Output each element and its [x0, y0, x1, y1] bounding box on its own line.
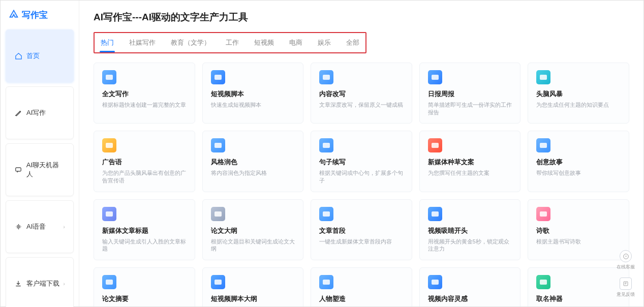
- card-description: 为您的产品头脑风暴出有创意的广告宣传语: [102, 169, 187, 184]
- card-description: 根据论文题目和关键词生成论文大纲: [211, 238, 295, 253]
- sidebar-item-chatbot[interactable]: AI聊天机器人: [6, 143, 74, 196]
- template-card[interactable]: 创意故事帮你续写创意故事: [528, 131, 629, 192]
- svg-rect-0: [16, 168, 21, 171]
- page-title: AI写作宝---AI驱动的文字生产力工具: [94, 11, 629, 24]
- customer-service-button[interactable]: 在线客服: [617, 250, 635, 270]
- template-card[interactable]: 全文写作根据标题快速创建一篇完整的文章: [94, 63, 195, 124]
- template-card[interactable]: 新媒体文章标题输入关键词生成引人入胜的文章标题: [94, 199, 195, 260]
- report-icon: [428, 70, 442, 84]
- polish-icon: [211, 138, 225, 152]
- card-title: 全文写作: [102, 89, 187, 99]
- template-card[interactable]: 视频内容灵感想热点拍视频？让AI写作宝来提供灵感: [419, 267, 521, 306]
- feedback-button[interactable]: 意见反馈: [617, 278, 635, 298]
- card-title: 内容改写: [319, 89, 404, 99]
- sidebar-item-label: AI写作: [26, 108, 46, 117]
- template-card[interactable]: 新媒体种草文案为您撰写任何主题的文案: [419, 131, 521, 192]
- tab-工作[interactable]: 工作: [225, 35, 240, 52]
- tab-短视频[interactable]: 短视频: [253, 35, 275, 52]
- card-description: 将内容润色为指定风格: [211, 169, 295, 177]
- title-icon: [102, 207, 116, 221]
- card-title: 日报周报: [428, 89, 512, 99]
- card-title: 视频吸睛开头: [428, 226, 512, 235]
- tab-教育（文学）[interactable]: 教育（文学）: [170, 35, 211, 52]
- card-title: 头脑风暴: [536, 89, 621, 99]
- card-title: 诗歌: [536, 226, 621, 235]
- video-icon: [211, 70, 225, 84]
- template-card[interactable]: 论文摘要根据论文题目和关键词生成论文摘要: [94, 267, 195, 306]
- document-icon: [102, 70, 116, 84]
- card-title: 广告语: [102, 158, 187, 167]
- lightbulb-icon: [536, 70, 550, 84]
- tab-电商[interactable]: 电商: [288, 35, 303, 52]
- media-icon: [428, 138, 442, 152]
- card-description: 根据主题书写诗歌: [536, 238, 621, 245]
- app-logo: 写作宝: [6, 7, 74, 27]
- audio-icon: [14, 223, 22, 231]
- card-title: 句子续写: [319, 158, 404, 167]
- template-card[interactable]: 短视频脚本快速生成短视频脚本: [202, 63, 304, 124]
- outline-icon: [211, 207, 225, 221]
- card-title: 论文摘要: [102, 294, 187, 303]
- sidebar-item-home[interactable]: 首页: [6, 29, 74, 82]
- paragraph-icon: [319, 207, 333, 221]
- template-card[interactable]: 诗歌根据主题书写诗歌: [528, 199, 629, 260]
- logo-icon: [9, 9, 19, 21]
- card-title: 短视频脚本: [211, 89, 295, 99]
- card-description: 快速生成短视频脚本: [211, 101, 295, 109]
- template-card[interactable]: 广告语为您的产品头脑风暴出有创意的广告宣传语: [94, 131, 195, 192]
- card-description: 根据关键词或中心句，扩展多个句子: [319, 169, 404, 184]
- template-card[interactable]: 短视频脚本大纲生成VLOG、口播稿等短视频的拍摄大纲: [202, 267, 304, 306]
- tab-社媒写作[interactable]: 社媒写作: [128, 35, 157, 52]
- card-title: 论文大纲: [211, 226, 295, 235]
- card-description: 一键生成人名、公司名称: [536, 306, 621, 306]
- card-description: 帮你续写创意故事: [536, 169, 621, 177]
- template-card[interactable]: 风格润色将内容润色为指定风格: [202, 131, 304, 192]
- download-icon: [14, 280, 22, 288]
- sidebar-item-ai-write[interactable]: AI写作: [6, 86, 74, 139]
- sidebar-item-voice[interactable]: AI语音 ›: [6, 200, 74, 253]
- float-label: 意见反馈: [617, 291, 635, 298]
- template-card[interactable]: 人物塑造为你故事中的角色塑造一个丰满的人物形象: [311, 267, 412, 306]
- card-description: 输入关键词生成引人入胜的文章标题: [102, 238, 187, 253]
- card-title: 取名神器: [536, 294, 621, 303]
- video-start-icon: [428, 207, 442, 221]
- category-tabs: 热门社媒写作教育（文学）工作短视频电商娱乐全部: [94, 32, 366, 53]
- headset-icon: [620, 250, 632, 262]
- card-description: 简单描述即可生成一份详实的工作报告: [428, 101, 512, 116]
- svg-rect-2: [624, 282, 628, 286]
- card-description: 根据标题快速创建一篇完整的文章: [102, 101, 187, 109]
- sidebar-item-label: 客户端下载: [26, 279, 59, 288]
- chat-icon: [14, 166, 22, 174]
- tab-娱乐[interactable]: 娱乐: [317, 35, 332, 52]
- ad-icon: [102, 138, 116, 152]
- template-card[interactable]: 句子续写根据关键词或中心句，扩展多个句子: [311, 131, 412, 192]
- card-description: 文章深度改写，保留原义一键成稿: [319, 101, 404, 109]
- float-actions: 在线客服 意见反馈: [617, 250, 635, 298]
- chevron-right-icon: ›: [63, 224, 65, 230]
- chevron-right-icon: ›: [63, 281, 65, 287]
- template-card[interactable]: 日报周报简单描述即可生成一份详实的工作报告: [419, 63, 521, 124]
- template-card[interactable]: 论文大纲根据论文题目和关键词生成论文大纲: [202, 199, 304, 260]
- sidebar-item-download[interactable]: 客户端下载 ›: [6, 257, 74, 307]
- character-icon: [319, 275, 333, 289]
- feedback-icon: [620, 278, 632, 290]
- tab-热门[interactable]: 热门: [100, 35, 115, 52]
- card-description: 根据论文题目和关键词生成论文摘要: [102, 306, 187, 306]
- card-title: 短视频脚本大纲: [211, 294, 295, 303]
- sidebar-item-label: AI语音: [26, 222, 46, 231]
- template-card[interactable]: 内容改写文章深度改写，保留原义一键成稿: [311, 63, 412, 124]
- sidebar-item-label: AI聊天机器人: [26, 161, 65, 179]
- template-card[interactable]: 取名神器一键生成人名、公司名称: [528, 267, 629, 306]
- pencil-icon: [14, 109, 22, 117]
- card-description: 为您撰写任何主题的文案: [428, 169, 512, 177]
- card-title: 新媒体文章标题: [102, 226, 187, 235]
- main-content: AI写作宝---AI驱动的文字生产力工具 热门社媒写作教育（文学）工作短视频电商…: [79, 1, 643, 306]
- template-card[interactable]: 文章首段一键生成新媒体文章首段内容: [311, 199, 412, 260]
- float-label: 在线客服: [617, 264, 635, 270]
- home-icon: [14, 52, 22, 60]
- tab-全部[interactable]: 全部: [345, 35, 360, 52]
- template-card[interactable]: 视频吸睛开头用视频开头的黄金5秒，锁定观众注意力: [419, 199, 521, 260]
- card-description: 想热点拍视频？让AI写作宝来提供灵感: [428, 306, 512, 306]
- template-card[interactable]: 头脑风暴为您生成任何主题的知识要点: [528, 63, 629, 124]
- poem-icon: [536, 207, 550, 221]
